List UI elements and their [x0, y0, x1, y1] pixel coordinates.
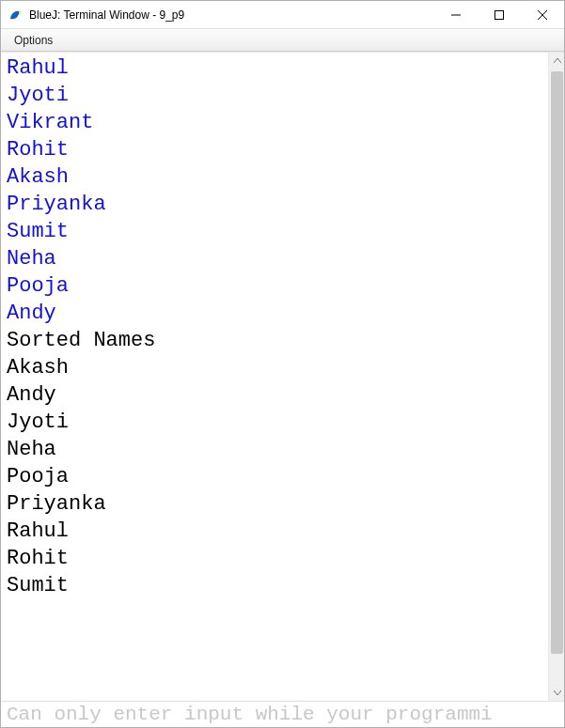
status-message: Can only enter input while your programm… — [7, 704, 493, 725]
svg-point-0 — [19, 11, 21, 13]
svg-rect-2 — [495, 10, 504, 19]
terminal-window: BlueJ: Terminal Window - 9_p9 Options Ra… — [0, 0, 565, 728]
chevron-down-icon[interactable] — [549, 685, 564, 701]
terminal-line: Andy — [7, 381, 548, 409]
terminal-line: Sumit — [7, 572, 548, 599]
terminal-line: Sorted Names — [7, 327, 548, 354]
vertical-scrollbar[interactable] — [548, 53, 564, 701]
bluej-bird-icon — [8, 8, 24, 23]
minimize-button[interactable] — [434, 1, 478, 29]
terminal-line: Priyanka — [7, 490, 548, 518]
terminal-line: Jyoti — [7, 82, 548, 109]
terminal-line: Pooja — [7, 463, 548, 490]
window-controls — [434, 1, 564, 29]
terminal-line: Akash — [7, 163, 548, 191]
chevron-up-icon[interactable] — [549, 53, 564, 69]
terminal-line: Andy — [7, 300, 548, 327]
terminal-line: Rohit — [7, 136, 548, 163]
terminal-line: Pooja — [7, 272, 548, 300]
terminal-line: Jyoti — [7, 409, 548, 436]
content-area: RahulJyotiVikrantRohitAkashPriyankaSumit… — [1, 52, 564, 701]
status-bar: Can only enter input while your programm… — [1, 701, 564, 727]
terminal-line: Priyanka — [7, 191, 548, 218]
terminal-line: Sumit — [7, 218, 548, 245]
terminal-line: Akash — [7, 354, 548, 381]
terminal-line: Neha — [7, 436, 548, 463]
terminal-line: Rahul — [7, 54, 548, 82]
window-title: BlueJ: Terminal Window - 9_p9 — [29, 8, 434, 22]
titlebar[interactable]: BlueJ: Terminal Window - 9_p9 — [1, 1, 564, 29]
maximize-button[interactable] — [478, 1, 521, 29]
menubar: Options — [1, 29, 564, 52]
menu-options[interactable]: Options — [7, 32, 60, 49]
terminal-line: Neha — [7, 245, 548, 272]
terminal-output[interactable]: RahulJyotiVikrantRohitAkashPriyankaSumit… — [1, 53, 548, 701]
scrollbar-thumb[interactable] — [551, 71, 563, 654]
terminal-line: Rahul — [7, 518, 548, 545]
terminal-line: Vikrant — [7, 109, 548, 136]
terminal-line: Rohit — [7, 545, 548, 572]
close-button[interactable] — [521, 1, 564, 29]
